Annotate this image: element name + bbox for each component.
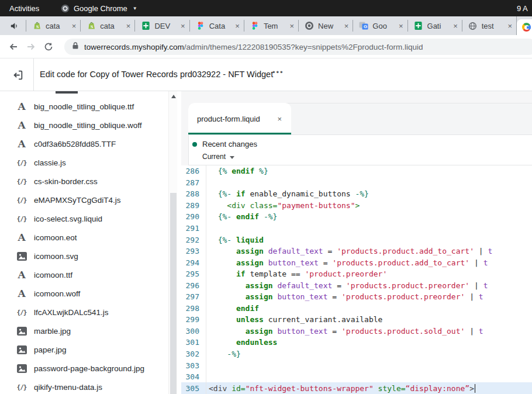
recent-changes-panel: Recent changes Current <box>188 134 532 165</box>
tab-close-icon[interactable]: × <box>290 22 295 30</box>
file-name: icomoon.svg <box>34 252 78 261</box>
code-line-298[interactable]: 298 endif <box>181 303 532 314</box>
sidebar-scrollbar[interactable] <box>168 91 177 394</box>
line-number: 294 <box>181 257 206 268</box>
image-file-icon <box>15 364 28 373</box>
file-item-icomoon.ttf[interactable]: Aicomoon.ttf <box>0 265 167 284</box>
tab-close-icon[interactable]: × <box>72 22 77 30</box>
line-content: <div class="payment-buttons"> <box>206 200 360 212</box>
file-item-ico-select.svg.liquid[interactable]: {/}ico-select.svg.liquid <box>0 209 167 228</box>
back-button[interactable] <box>5 41 22 53</box>
tab-label: test <box>482 22 504 30</box>
code-editor[interactable]: 286 {% endif %}287288 {%- if enable_dyna… <box>181 165 532 394</box>
browser-tab-goo[interactable]: GGoo× <box>353 20 407 32</box>
figma-icon <box>250 21 260 30</box>
tab-close-icon[interactable]: × <box>235 22 240 30</box>
code-line-296[interactable]: 296 assign default_text = 'products.prod… <box>181 279 532 291</box>
code-line-299[interactable]: 299 unless current_variant.available <box>181 314 532 326</box>
more-actions-button[interactable]: ••• <box>272 68 284 77</box>
line-number: 300 <box>181 326 206 337</box>
file-item-eMAPMXSyTCgGdiT4.js[interactable]: {/}eMAPMXSyTCgGdiT4.js <box>0 191 167 209</box>
tab-close-icon[interactable]: × <box>399 22 403 30</box>
code-file-icon: {/} <box>15 309 28 316</box>
file-name: paper.jpg <box>34 345 67 354</box>
code-line-305[interactable]: 305<div id="nft-widget-buttons-wrapper" … <box>181 382 532 394</box>
browser-tab-cata[interactable]: Cata× <box>189 20 244 32</box>
tab-label: cata <box>46 22 68 30</box>
svg-text:S: S <box>90 25 93 29</box>
line-number: 297 <box>181 291 206 303</box>
file-item-icomoon.woff[interactable]: Aicomoon.woff <box>0 284 167 303</box>
browser-tab-dev[interactable]: DEV× <box>134 20 189 32</box>
code-line-297[interactable]: 297 assign button_text = 'products.produ… <box>181 291 532 303</box>
code-line-302[interactable]: 302 -%} <box>181 348 532 360</box>
line-content: <div id="nft-widget-buttons-wrapper" sty… <box>206 382 475 394</box>
browser-tab-cata[interactable]: Scata× <box>26 20 80 32</box>
code-line-286[interactable]: 286 {% endif %} <box>181 165 532 177</box>
scroll-up-arrow-icon[interactable] <box>171 95 176 98</box>
globe-icon <box>468 21 478 30</box>
code-line-294[interactable]: 294 assign button_text = 'products.produ… <box>181 257 532 268</box>
file-item-big_noodle_titling_oblique.ttf[interactable]: Abig_noodle_titling_oblique.ttf <box>0 97 167 116</box>
activities-button[interactable]: Activities <box>6 3 43 14</box>
code-line-303[interactable]: 303 <box>181 360 532 371</box>
browser-tab-tem[interactable]: Tem× <box>244 20 298 32</box>
reload-button[interactable] <box>40 42 57 52</box>
tab-close-icon[interactable]: × <box>344 22 349 30</box>
active-browser-tab[interactable] <box>517 19 532 35</box>
code-line-287[interactable]: 287 <box>181 177 532 189</box>
version-dropdown[interactable]: Current <box>202 153 234 161</box>
code-line-291[interactable]: 291 <box>181 223 532 234</box>
code-line-293[interactable]: 293 assign default_text = 'products.prod… <box>181 246 532 257</box>
file-item-marble.jpg[interactable]: marble.jpg <box>0 322 167 340</box>
code-line-295[interactable]: 295 if template == 'product.preorder' <box>181 268 532 280</box>
editor-tab-label: product-form.liquid <box>197 115 277 123</box>
tab-close-icon[interactable]: × <box>126 22 131 30</box>
code-line-290[interactable]: 290 {%- endif -%} <box>181 211 532 223</box>
file-item-big_noodle_titling_oblique.woff[interactable]: Abig_noodle_titling_oblique.woff <box>0 116 167 134</box>
font-file-icon: A <box>15 102 28 112</box>
code-line-304[interactable]: 304 <box>181 371 532 383</box>
system-clock: 9 A <box>517 4 528 13</box>
svg-text:S: S <box>36 25 39 29</box>
file-item-classie.js[interactable]: {/}classie.js <box>0 153 167 172</box>
tab-close-icon[interactable]: × <box>453 22 458 30</box>
forward-button[interactable] <box>22 41 40 53</box>
scrollbar-thumb[interactable] <box>170 193 177 394</box>
file-item-cs-skin-border.css[interactable]: {/}cs-skin-border.css <box>0 172 167 191</box>
editor-area: product-form.liquid × Recent changes Cur… <box>181 91 532 394</box>
code-line-300[interactable]: 300 assign button_text = 'products.produ… <box>181 326 532 337</box>
file-item-c0df3a6b528fdd85.TTF[interactable]: Ac0df3a6b528fdd85.TTF <box>0 134 167 153</box>
lock-icon <box>72 42 79 52</box>
file-item-lfcAXLwjkDALc541.js[interactable]: {/}lfcAXLwjkDALc541.js <box>0 303 167 322</box>
browser-tab-test[interactable]: test× <box>462 20 516 32</box>
browser-tab-gati[interactable]: Gati× <box>407 20 462 32</box>
tab-label: Gati <box>427 22 450 30</box>
code-line-288[interactable]: 288 {%- if enable_dynamic_buttons -%} <box>181 188 532 200</box>
tab-label: Goo <box>372 22 395 30</box>
file-item-paper.jpg[interactable]: paper.jpg <box>0 340 167 359</box>
browser-tab-new[interactable]: New× <box>298 20 353 32</box>
page-header: Edit code for Copy of Tower Records prd0… <box>0 58 532 91</box>
tab-close-icon[interactable]: × <box>507 22 512 30</box>
font-file-icon: A <box>15 233 28 243</box>
code-line-301[interactable]: 301 endunless <box>181 337 532 348</box>
editor-tab-product-form[interactable]: product-form.liquid × <box>188 103 291 134</box>
browser-tab-cata[interactable]: Scata× <box>80 20 134 32</box>
line-content: assign button_text = 'products.product.a… <box>206 257 488 268</box>
file-item-qikify-tmenu-data.js[interactable]: {/}qikify-tmenu-data.js <box>0 378 167 394</box>
font-file-icon: A <box>15 139 28 149</box>
address-bar[interactable]: towerrecords.myshopify.com/admin/themes/… <box>64 39 532 55</box>
file-item-password-page-background.jpg[interactable]: password-page-background.jpg <box>0 359 167 378</box>
file-item-icomoon.svg[interactable]: icomoon.svg <box>0 247 167 265</box>
editor-tab-close-icon[interactable]: × <box>277 115 282 123</box>
tab-close-icon[interactable]: × <box>181 22 185 30</box>
code-file-icon: {/} <box>15 178 28 185</box>
image-file-icon <box>15 345 28 354</box>
exit-code-editor-button[interactable] <box>11 68 25 82</box>
app-menu[interactable]: Google Chrome ▼ <box>60 4 137 13</box>
file-item-icomoon.eot[interactable]: Aicomoon.eot <box>0 228 167 247</box>
code-line-292[interactable]: 292 {%- liquid <box>181 234 532 246</box>
screen: Activities Google Chrome ▼ 9 A Scata×Sca… <box>0 0 532 394</box>
code-line-289[interactable]: 289 <div class="payment-buttons"> <box>181 200 532 212</box>
